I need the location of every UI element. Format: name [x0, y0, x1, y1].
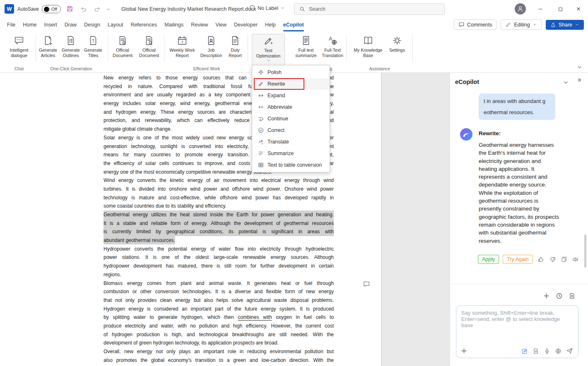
sensitivity-label-button[interactable]: No Label: [249, 5, 285, 11]
menu-tab[interactable]: Layout: [104, 18, 127, 31]
menu-item-label: Correct: [267, 127, 284, 133]
doc-line: some coastal countries due to its stabil…: [104, 202, 334, 211]
ribbon-weekly-work-report[interactable]: Weekly Work Report: [169, 34, 195, 67]
ribbon-generate-titles[interactable]: Generate Titles: [83, 34, 104, 67]
minimize-button[interactable]: [531, 0, 550, 18]
ecopilot-panel: eCopilot × t in areas with abundant g eo…: [450, 73, 588, 366]
menu-item-label: Text to table conversion: [267, 162, 322, 168]
menu-item-label: Polish: [267, 69, 282, 75]
menu-tab[interactable]: Draw: [61, 18, 80, 31]
maximize-button[interactable]: [551, 0, 570, 18]
chevron-down-icon: [280, 6, 285, 10]
panel-close-icon[interactable]: ×: [578, 77, 581, 84]
comments-button[interactable]: Comments: [454, 19, 496, 30]
menu-item[interactable]: Translate: [252, 136, 330, 148]
menu-tab[interactable]: Mailings: [161, 18, 187, 31]
ribbon-full-text-summarize[interactable]: Full text summarize: [292, 34, 320, 67]
menu-item-icon: [258, 127, 264, 133]
report-document-icon: [230, 35, 241, 46]
panel-title: eCopilot: [455, 79, 479, 85]
response-actions: Apply Try Again: [478, 255, 579, 264]
menu-item[interactable]: Abbreviate: [252, 101, 330, 113]
menu-item[interactable]: Summarize: [252, 148, 330, 159]
ribbon-settings[interactable]: Settings: [387, 34, 407, 67]
comment-anchor-icon[interactable]: [363, 280, 370, 288]
editing-mode-button[interactable]: Editing: [501, 19, 541, 30]
panel-collapse-icon[interactable]: [563, 79, 569, 86]
search-icon: [299, 6, 305, 12]
menu-item[interactable]: Correct: [252, 124, 330, 136]
menu-item-label: Summarize: [267, 151, 294, 156]
summary-document-icon: [301, 35, 311, 46]
menu-item[interactable]: Rewrite: [252, 78, 330, 90]
speaker-icon[interactable]: [572, 256, 579, 263]
menu-tab[interactable]: View: [212, 18, 230, 31]
menu-tab[interactable]: Design: [80, 18, 104, 31]
history-clock-icon[interactable]: [556, 292, 563, 299]
ribbon-generate-outlines[interactable]: Generate Outlines: [60, 34, 82, 67]
share-label: Share: [559, 22, 572, 28]
menu-item[interactable]: Expand: [252, 90, 330, 101]
panel-scrollbar[interactable]: [584, 234, 586, 268]
menu-tab[interactable]: Developer: [230, 18, 261, 31]
apply-button[interactable]: Apply: [478, 255, 499, 264]
menu-tab[interactable]: Insert: [41, 18, 61, 31]
pencil-icon: [505, 22, 511, 28]
group-label-efficient-work: Efficient Work: [193, 66, 220, 71]
thumbs-up-icon[interactable]: [537, 256, 545, 263]
menu-item[interactable]: Continue: [252, 113, 330, 124]
undo-icon[interactable]: [80, 5, 87, 13]
ribbon-duty-report[interactable]: Duty Report: [224, 34, 246, 67]
ribbon-generate-articles[interactable]: Generate Articles: [37, 34, 59, 67]
menu-item[interactable]: Polish: [252, 67, 330, 78]
ribbon-my-knowledge-base[interactable]: My Knowledge Base: [351, 34, 385, 67]
book-icon: [363, 35, 374, 46]
microphone-icon[interactable]: [544, 348, 550, 354]
redo-icon[interactable]: [94, 5, 101, 13]
doc-line: combustion or other conversion technolog…: [104, 287, 334, 296]
sensitivity-label-text: No Label: [258, 5, 278, 11]
share-button[interactable]: Share: [546, 20, 584, 30]
chat-input-box: [456, 305, 578, 358]
ribbon-official-document-1[interactable]: Official Document: [110, 34, 135, 67]
menu-tab[interactable]: References: [127, 18, 161, 31]
ribbon-job-description[interactable]: Job Description: [198, 34, 224, 67]
send-icon[interactable]: [566, 347, 573, 354]
chat-input[interactable]: [456, 306, 578, 341]
document-icon[interactable]: [533, 348, 539, 354]
compose-template-icon[interactable]: [521, 348, 528, 354]
word-app-icon[interactable]: W: [5, 4, 14, 14]
menu-tab[interactable]: File: [3, 18, 19, 31]
close-button[interactable]: ×: [569, 0, 588, 18]
thumbs-down-icon[interactable]: [549, 256, 556, 263]
menu-tab[interactable]: Review: [187, 18, 212, 31]
doc-line: of hydrogen production is high, and tech…: [104, 330, 334, 339]
avatar[interactable]: [515, 3, 526, 14]
chevron-down-icon: [575, 22, 579, 27]
attach-plus-icon[interactable]: [460, 347, 468, 354]
ribbon-text-optimization[interactable]: Text Optimization: [252, 34, 285, 67]
menu-item[interactable]: Text to table conversion: [252, 159, 330, 171]
try-again-button[interactable]: Try Again: [503, 255, 533, 264]
collapse-ribbon-icon[interactable]: [577, 65, 582, 70]
doc-line: Hydropower converts the potential energy…: [104, 245, 334, 254]
menu-tab[interactable]: eCopilot: [280, 18, 308, 31]
export-file-icon[interactable]: [569, 292, 576, 299]
menu-tab[interactable]: Home: [19, 18, 40, 31]
globe-icon[interactable]: [555, 348, 561, 354]
doc-line: that not only provides clean energy but …: [104, 296, 334, 305]
ribbon-intelligent-dialogue[interactable]: Intelligent dialogue: [6, 34, 32, 67]
copy-icon[interactable]: [561, 256, 567, 263]
ribbon-official-document-2[interactable]: Official Document: [137, 34, 161, 67]
menu-item-label: Continue: [267, 116, 288, 122]
new-chat-plus-icon[interactable]: [543, 292, 550, 299]
ribbon-full-text-translation[interactable]: Full-Text Translation: [319, 34, 346, 67]
doc-line: power stations. It is one of the oldest …: [104, 253, 334, 262]
save-icon[interactable]: [66, 5, 73, 12]
search-input[interactable]: Search: [294, 3, 445, 15]
quick-access-more-icon[interactable]: [106, 7, 111, 12]
doc-line: Geothermal energy utilizes the heat stor…: [104, 211, 334, 219]
swoosh-logo-icon: [460, 128, 472, 141]
menu-tab[interactable]: Help: [261, 18, 280, 31]
autosave-toggle[interactable]: Off: [42, 5, 61, 13]
